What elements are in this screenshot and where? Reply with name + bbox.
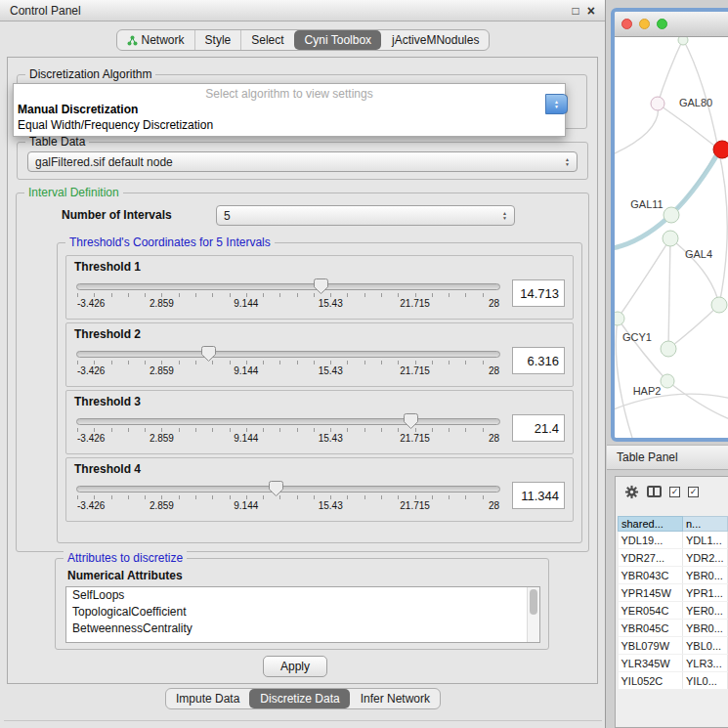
algorithm-option-equal-width[interactable]: Equal Width/Frequency Discretization <box>14 117 565 133</box>
network-node[interactable] <box>661 341 676 357</box>
table-cell: YPR1... <box>683 584 728 602</box>
check-all-icon[interactable]: ✓ <box>669 487 680 497</box>
slider-thumb[interactable] <box>201 346 216 362</box>
tab-select[interactable]: Select <box>240 30 293 50</box>
threshold-slider[interactable]: -3.4262.8599.14415.4321.71528 <box>74 411 502 445</box>
threshold-value-field[interactable]: 21.4 <box>512 414 565 442</box>
table-row[interactable]: YBR043CYBR0... <box>619 567 728 584</box>
zoom-window-icon[interactable] <box>657 19 667 29</box>
attributes-group: Attributes to discretize Numerical Attri… <box>55 558 549 650</box>
network-edge <box>683 39 718 149</box>
network-node[interactable] <box>664 207 679 223</box>
numerical-attributes-list[interactable]: SelfLoopsTopologicalCoefficientBetweenne… <box>65 586 540 643</box>
scale-label: 2.859 <box>150 365 174 376</box>
threshold-label: Threshold 3 <box>74 395 565 408</box>
num-intervals-combobox[interactable]: 5 ▲ ▼ <box>216 205 515 226</box>
slider-track[interactable] <box>76 418 500 425</box>
interval-group-title: Interval Definition <box>24 186 123 199</box>
table-data-group-title: Table Data <box>25 135 89 149</box>
table-row[interactable]: YBL079WYBL0... <box>619 637 728 655</box>
network-edge <box>618 319 667 381</box>
scrollbar-thumb[interactable] <box>530 589 537 615</box>
table-data-combobox[interactable]: galFiltered.sif default node ▲ ▼ <box>27 151 578 172</box>
tab-impute-data[interactable]: Impute Data <box>166 689 249 708</box>
table-row[interactable]: YIL052CYIL0... <box>619 672 728 690</box>
scale-label: 21.715 <box>400 433 430 444</box>
table-row[interactable]: YDR27...YDR2... <box>619 549 728 567</box>
slider-thumb[interactable] <box>269 481 283 496</box>
column-header[interactable]: n... <box>683 517 728 532</box>
network-node[interactable] <box>678 37 688 45</box>
network-window-titlebar[interactable] <box>615 12 728 37</box>
threshold-value-field[interactable]: 11.344 <box>512 482 565 509</box>
table-row[interactable]: YER054CYER0... <box>619 602 728 620</box>
algorithm-option-manual[interactable]: Manual Discretization <box>14 102 565 117</box>
float-window-icon[interactable]: □ <box>573 4 579 18</box>
list-scrollbar[interactable] <box>527 587 539 642</box>
list-item[interactable]: TopologicalCoefficient <box>66 604 539 621</box>
algorithm-option-placeholder[interactable]: Select algorithm to view settings <box>14 86 565 102</box>
network-edge <box>658 39 683 104</box>
table-row[interactable]: YDL19...YDL1... <box>619 532 728 549</box>
tab-infer-network[interactable]: Infer Network <box>350 689 440 708</box>
threshold-group: Threshold 3-3.4262.8599.14415.4321.71528… <box>65 390 574 454</box>
threshold-slider[interactable]: -3.4262.8599.14415.4321.71528 <box>74 277 502 310</box>
threshold-slider[interactable]: -3.4262.8599.14415.4321.71528 <box>74 479 502 512</box>
num-intervals-label: Number of Intervals <box>62 208 172 222</box>
network-node[interactable] <box>711 297 727 313</box>
threshold-label: Threshold 1 <box>74 260 565 274</box>
network-canvas[interactable]: GAL80GAL11GAL4GCY1HAP2 <box>615 37 728 438</box>
settings-panel: Discretization Algorithm Select algorith… <box>7 57 598 684</box>
scale-label: 28 <box>489 500 499 511</box>
column-header[interactable]: shared... <box>619 517 683 532</box>
slider-thumb[interactable] <box>314 278 328 294</box>
slider-scale: -3.4262.8599.14415.4321.71528 <box>77 365 499 377</box>
uncheck-all-icon[interactable]: ✓ <box>688 487 699 497</box>
network-node[interactable] <box>663 231 678 246</box>
table-cell: YDL1... <box>683 532 728 549</box>
close-window-icon[interactable] <box>621 19 632 29</box>
scale-label: -3.426 <box>77 365 105 376</box>
table-row[interactable]: YPR145WYPR1... <box>619 584 728 602</box>
network-node[interactable] <box>615 312 624 325</box>
table-row[interactable]: YBR045CYBR0... <box>619 620 728 637</box>
gear-icon[interactable] <box>624 485 639 499</box>
slider-track[interactable] <box>76 351 500 358</box>
threshold-row: -3.4262.8599.14415.4321.7152811.344 <box>74 479 565 512</box>
close-icon[interactable]: × <box>587 5 595 17</box>
threshold-label: Threshold 2 <box>74 327 565 341</box>
tab-style[interactable]: Style <box>194 30 241 50</box>
table-row[interactable]: YLR345WYLR3... <box>619 655 728 672</box>
columns-icon[interactable] <box>647 486 662 497</box>
table-data-group: Table Data galFiltered.sif default node … <box>17 142 588 180</box>
attributes-items: SelfLoopsTopologicalCoefficientBetweenne… <box>66 587 539 637</box>
tab-jactivemnodules[interactable]: jActiveMNodules <box>381 30 489 50</box>
apply-button[interactable]: Apply <box>263 656 327 677</box>
slider-thumb[interactable] <box>404 413 418 429</box>
num-intervals-value: 5 <box>224 209 231 223</box>
table-panel-window: ✓ ✓ shared...n... YDL19...YDL1...YDR27..… <box>615 476 728 728</box>
threshold-value-field[interactable]: 6.316 <box>512 347 565 374</box>
tab-network[interactable]: Network <box>117 30 194 50</box>
algorithm-dropdown-popup: Select algorithm to view settings Manual… <box>13 83 566 137</box>
tab-cyni-toolbox[interactable]: Cyni Toolbox <box>294 30 381 50</box>
minimize-window-icon[interactable] <box>639 19 650 29</box>
scale-label: -3.426 <box>77 298 105 309</box>
tab-label: Cyni Toolbox <box>305 33 371 47</box>
algorithm-combo-arrows-icon[interactable]: ▲ ▼ <box>545 94 568 114</box>
list-item[interactable]: SelfLoops <box>66 587 539 604</box>
slider-track[interactable] <box>76 486 500 492</box>
threshold-value-field[interactable]: 14.713 <box>512 279 565 307</box>
list-item[interactable]: BetweennessCentrality <box>66 621 539 637</box>
threshold-slider[interactable]: -3.4262.8599.14415.4321.71528 <box>74 344 502 377</box>
slider-track[interactable] <box>76 283 500 290</box>
table-cell: YER054C <box>619 602 683 620</box>
tab-label: Discretize Data <box>260 692 339 706</box>
slider-ticks <box>77 495 499 499</box>
table-cell: YBL079W <box>619 637 683 655</box>
network-node[interactable] <box>661 374 674 388</box>
network-node[interactable] <box>651 97 664 110</box>
scale-label: 2.859 <box>150 433 174 444</box>
network-node[interactable] <box>713 141 728 158</box>
tab-discretize-data[interactable]: Discretize Data <box>249 689 349 708</box>
